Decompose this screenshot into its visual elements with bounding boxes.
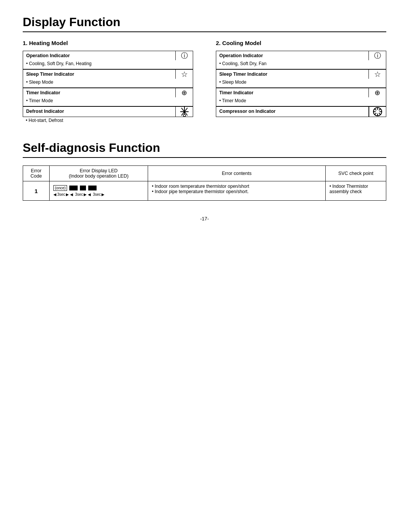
heating-defrost-icon	[176, 106, 193, 117]
cooling-sleep-label-box: Sleep Timer Indicator	[216, 69, 369, 79]
page-number: -17-	[23, 216, 386, 222]
arrow-right-3: ▶	[101, 192, 105, 197]
self-diag-divider	[23, 157, 386, 158]
heating-sleep-label: Sleep Timer Indicator	[23, 70, 175, 79]
led-bar-3	[88, 186, 97, 190]
heating-timer-label-box: Timer Indicator	[23, 88, 176, 97]
svg-line-13	[375, 113, 376, 115]
display-function-title: Display Function	[23, 15, 386, 29]
cooling-sleep-desc: • Sleep Mode	[216, 79, 386, 88]
led-bottom-row: ◀ 3sec ▶ ◀ 3sec ▶ ◀ 3sec ▶	[53, 192, 144, 197]
heating-op-label-box: Operation Indicator	[23, 51, 176, 60]
heating-op-group: Operation Indicator ⓘ	[23, 51, 193, 60]
led-bar-1	[69, 186, 78, 190]
led-once-label: (once)	[53, 185, 67, 191]
spacer-2: ◀	[88, 192, 91, 197]
diag-header-contents: Error contents	[148, 166, 326, 181]
heating-model-heading: 1. Heating Model	[23, 40, 193, 46]
spacer-1: ◀	[70, 192, 73, 197]
cooling-compressor-group: Compressor on Indicator	[216, 106, 386, 117]
cooling-op-desc: • Cooling, Soft Dry, Fan	[216, 60, 386, 69]
led-bar-2	[80, 186, 86, 190]
heating-op-icon: ⓘ	[176, 51, 193, 60]
title-divider	[23, 31, 386, 32]
models-row: 1. Heating Model Operation Indicator ⓘ •…	[23, 40, 386, 126]
svg-point-4	[183, 114, 186, 117]
diag-header-led: Error Display LED (Indoor body operation…	[50, 166, 148, 181]
cooling-op-label: Operation Indicator	[216, 51, 368, 60]
heating-sleep-icon: ☆	[176, 69, 193, 79]
cooling-indicators: Operation Indicator ⓘ • Cooling, Soft Dr…	[216, 51, 386, 117]
arrow-right-2: ▶	[84, 192, 87, 197]
cooling-compressor-label: Compressor on Indicator	[216, 107, 368, 116]
heating-sleep-group: Sleep Timer Indicator ☆	[23, 69, 193, 79]
arrow-right-1: ▶	[66, 192, 69, 197]
heating-sleep-label-box: Sleep Timer Indicator	[23, 69, 176, 79]
self-diagnosis-title: Self-diagnosis Function	[23, 141, 386, 155]
cooling-timer-desc: • Timer Mode	[216, 97, 386, 106]
diagnosis-table: Error Code Error Display LED (Indoor bod…	[23, 165, 386, 201]
cooling-sleep-label: Sleep Timer Indicator	[216, 70, 368, 79]
cooling-compressor-label-box: Compressor on Indicator	[216, 106, 369, 117]
svg-line-10	[375, 109, 376, 111]
time-label-2: 3sec	[75, 192, 83, 197]
led-diagram: (once) ◀ 3sec ▶ ◀ 3sec ▶ ◀ 3sec	[53, 185, 144, 197]
diag-row-contents: • Indoor room temperature thermistor ope…	[148, 181, 326, 201]
heating-model-col: 1. Heating Model Operation Indicator ⓘ •…	[23, 40, 193, 126]
heating-timer-group: Timer Indicator ⊕	[23, 88, 193, 97]
diag-row-code: 1	[23, 181, 50, 201]
time-label-3: 3sec	[93, 192, 101, 197]
heating-sleep-desc: • Sleep Mode	[23, 79, 193, 88]
heating-defrost-label: Defrost Indicator	[23, 107, 175, 116]
cooling-compressor-icon	[369, 106, 386, 117]
heating-defrost-desc: • Hot-start, Defrost	[23, 117, 193, 126]
cooling-sleep-group: Sleep Timer Indicator ☆	[216, 69, 386, 79]
cooling-timer-label: Timer Indicator	[216, 88, 368, 97]
diag-row-svc: • Indoor Thermistor assembly check	[326, 181, 386, 201]
svg-line-12	[379, 109, 381, 111]
cooling-timer-icon: ⊕	[369, 88, 386, 97]
heating-op-desc: • Cooling, Soft Dry, Fan, Heating	[23, 60, 193, 69]
arrow-left-1: ◀	[53, 192, 56, 197]
diag-header-svc: SVC check point	[326, 166, 386, 181]
cooling-op-icon: ⓘ	[369, 51, 386, 60]
cooling-timer-label-box: Timer Indicator	[216, 88, 369, 97]
cooling-op-group: Operation Indicator ⓘ	[216, 51, 386, 60]
heating-defrost-label-box: Defrost Indicator	[23, 106, 176, 117]
cooling-sleep-icon: ☆	[369, 69, 386, 79]
diag-row-led: (once) ◀ 3sec ▶ ◀ 3sec ▶ ◀ 3sec	[50, 181, 148, 201]
heating-timer-icon: ⊕	[176, 88, 193, 97]
cooling-model-col: 2. Cooling Model Operation Indicator ⓘ •…	[216, 40, 386, 126]
heating-timer-desc: • Timer Mode	[23, 97, 193, 106]
cooling-model-heading: 2. Cooling Model	[216, 40, 386, 46]
heating-indicators: Operation Indicator ⓘ • Cooling, Soft Dr…	[23, 51, 193, 126]
heating-op-label: Operation Indicator	[23, 51, 175, 60]
heating-defrost-group: Defrost Indicator	[23, 106, 193, 117]
led-top-row: (once)	[53, 185, 144, 191]
cooling-timer-group: Timer Indicator ⊕	[216, 88, 386, 97]
time-label-1: 3sec	[57, 192, 65, 197]
cooling-op-label-box: Operation Indicator	[216, 51, 369, 60]
svg-line-11	[379, 113, 381, 115]
diag-header-code: Error Code	[23, 166, 50, 181]
heating-timer-label: Timer Indicator	[23, 88, 175, 97]
